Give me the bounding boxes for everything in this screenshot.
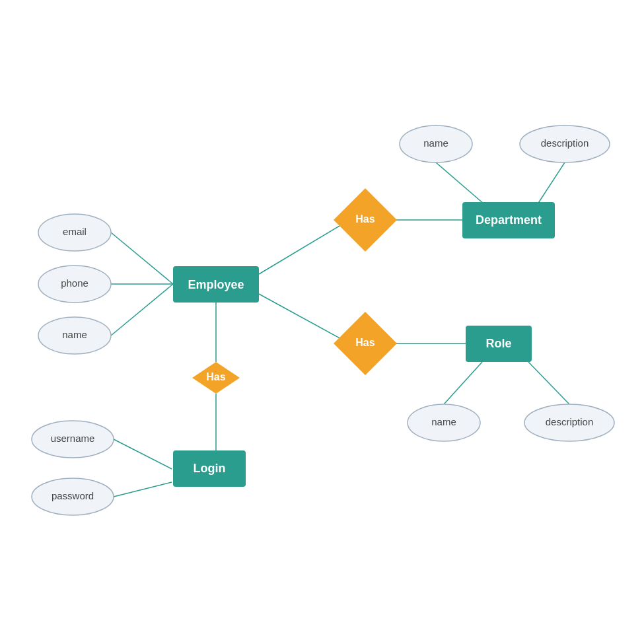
attr-dept-name-label: name [423,137,448,149]
conn-emp-hasrole [259,294,349,343]
conn-dept-name [436,162,489,208]
attr-email-label: email [63,226,87,237]
er-diagram: email phone name name description name d… [0,0,644,644]
relation-has-role-label: Has [355,337,375,348]
entity-role-label: Role [485,337,511,350]
conn-emp-email [111,233,173,284]
conn-role-desc [528,362,569,404]
attr-emp-name-label: name [62,329,87,340]
attr-role-desc-label: description [546,416,594,427]
attr-password-label: password [52,490,94,501]
entity-employee-label: Employee [188,278,244,291]
attr-username-label: username [51,433,95,444]
attr-dept-desc-label: description [541,137,589,149]
entity-login-label: Login [194,462,226,475]
conn-role-name [444,362,482,404]
relation-has-login-label: Has [206,371,225,382]
conn-login-username [114,439,172,469]
attr-role-name-label: name [431,416,456,427]
relation-has-dept-label: Has [355,213,375,225]
conn-login-password [114,482,172,497]
conn-emp-hasdept [259,220,349,274]
attr-phone-label: phone [61,277,89,289]
conn-dept-desc [535,162,565,208]
entity-department-label: Department [476,213,542,227]
conn-emp-name [111,284,173,336]
